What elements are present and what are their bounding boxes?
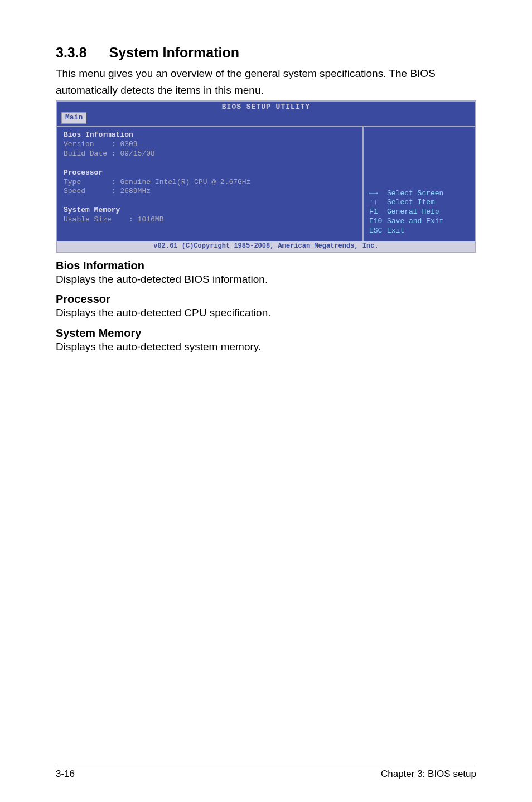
bios-tabs-row: Main <box>57 112 475 126</box>
intro-line-2: automatically detects the items in this … <box>56 83 476 98</box>
bios-tab-main: Main <box>61 112 86 124</box>
help-select-screen: Select Screen <box>387 189 443 197</box>
subtext-processor: Displays the auto-detected CPU specifica… <box>56 306 476 320</box>
section-number: 3.3.8 <box>56 45 87 60</box>
bios-footer-copyright: v02.61 (C)Copyright 1985-2008, American … <box>57 241 475 252</box>
key-arrows-lr: ←→ <box>369 189 387 199</box>
key-arrows-ud: ↑↓ <box>369 198 387 207</box>
subhead-bios-info: Bios Information <box>56 259 476 272</box>
footer-chapter: Chapter 3: BIOS setup <box>381 769 476 780</box>
key-f10: F10 <box>369 217 387 226</box>
bios-screenshot: BIOS SETUP UTILITY Main Bios Information… <box>56 100 476 252</box>
bios-cpu-type: Type : Genuine Intel(R) CPU @ 2.67GHz <box>64 178 356 187</box>
section-heading: 3.3.8System Information <box>56 45 476 61</box>
bios-title: BIOS SETUP UTILITY <box>57 102 475 112</box>
subtext-bios-info: Displays the auto-detected BIOS informat… <box>56 272 476 287</box>
bios-memory-header: System Memory <box>64 206 356 215</box>
help-exit: Exit <box>387 226 404 235</box>
help-save-exit: Save and Exit <box>387 217 443 225</box>
bios-memory-size: Usable Size : 1016MB <box>64 215 356 225</box>
bios-left-panel: Bios Information Version : 0309 Build Da… <box>57 127 364 241</box>
page-footer: 3-16 Chapter 3: BIOS setup <box>56 765 476 780</box>
bios-info-header: Bios Information <box>64 131 356 140</box>
footer-page-number: 3-16 <box>56 769 75 780</box>
bios-cpu-speed: Speed : 2689MHz <box>64 187 356 196</box>
section-title: System Information <box>109 45 239 60</box>
bios-right-panel: ←→Select Screen ↑↓Select Item F1General … <box>364 127 475 241</box>
subtext-memory: Displays the auto-detected system memory… <box>56 340 476 354</box>
help-general: General Help <box>387 207 439 216</box>
bios-version: Version : 0309 <box>64 140 356 149</box>
bios-processor-header: Processor <box>64 168 356 178</box>
subhead-processor: Processor <box>56 293 476 306</box>
help-select-item: Select Item <box>387 198 435 206</box>
key-f1: F1 <box>369 207 387 217</box>
bios-help-keys: ←→Select Screen ↑↓Select Item F1General … <box>369 189 443 236</box>
key-esc: ESC <box>369 226 387 236</box>
intro-line-1: This menu gives you an overview of the g… <box>56 66 476 81</box>
subhead-memory: System Memory <box>56 327 476 340</box>
bios-main-area: Bios Information Version : 0309 Build Da… <box>57 126 475 241</box>
bios-build-date: Build Date : 09/15/08 <box>64 149 356 159</box>
